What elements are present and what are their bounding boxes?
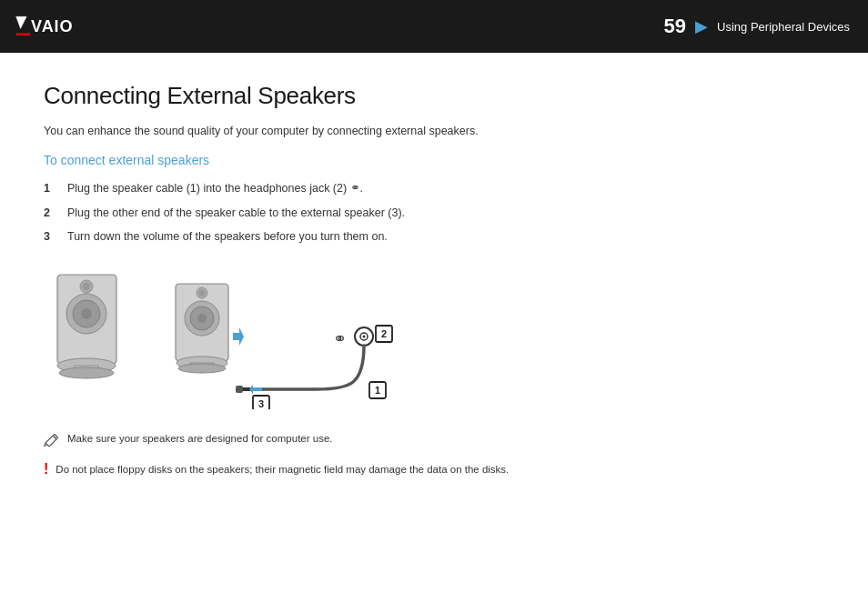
svg-rect-29	[236, 386, 243, 393]
intro-text: You can enhance the sound quality of you…	[44, 123, 824, 140]
page-number: 59	[664, 15, 686, 38]
speaker-2	[176, 284, 228, 373]
main-content: Connecting External Speakers You can enh…	[0, 53, 868, 499]
svg-text:VAIO: VAIO	[31, 17, 73, 35]
header: VAIO 59 ▶ Using Peripheral Devices	[0, 0, 868, 53]
vaio-logo: VAIO	[15, 14, 105, 39]
step-3-text: Turn down the volume of the speakers bef…	[67, 228, 388, 246]
svg-marker-21	[233, 327, 244, 346]
step-3: 3 Turn down the volume of the speakers b…	[44, 228, 824, 246]
note-icon	[44, 432, 60, 449]
svg-point-7	[83, 283, 90, 290]
svg-point-5	[81, 308, 92, 319]
illustration: ⚭ 2 3 1	[44, 264, 480, 409]
step-1-text: Plug the speaker cable (1) into the head…	[67, 180, 363, 197]
speaker-1	[57, 275, 116, 378]
note-section: Make sure your speakers are designed for…	[44, 431, 824, 449]
step-1: 1 Plug the speaker cable (1) into the he…	[44, 180, 824, 197]
sub-heading: To connect external speakers	[44, 153, 824, 167]
svg-text:2: 2	[381, 328, 387, 339]
section-title: Using Peripheral Devices	[717, 20, 850, 34]
svg-rect-1	[16, 33, 31, 35]
page-heading: Connecting External Speakers	[44, 82, 824, 110]
step-2: 2 Plug the other end of the speaker cabl…	[44, 205, 824, 222]
svg-text:3: 3	[258, 398, 264, 409]
step-3-num: 3	[44, 228, 58, 246]
step-2-text: Plug the other end of the speaker cable …	[67, 205, 405, 222]
svg-point-25	[363, 336, 366, 338]
warning-icon: !	[44, 462, 48, 477]
header-right: 59 ▶ Using Peripheral Devices	[664, 15, 850, 38]
svg-point-11	[59, 367, 114, 378]
arrow-icon: ▶	[695, 16, 708, 36]
svg-marker-30	[249, 385, 262, 394]
svg-text:⚭: ⚭	[333, 329, 347, 347]
svg-point-20	[178, 364, 226, 373]
svg-point-17	[199, 290, 206, 296]
note-text: Make sure your speakers are designed for…	[67, 431, 332, 447]
step-2-num: 2	[44, 205, 58, 222]
step-1-num: 1	[44, 180, 58, 197]
svg-text:1: 1	[375, 385, 380, 396]
steps-list: 1 Plug the speaker cable (1) into the he…	[44, 180, 824, 246]
svg-point-15	[197, 314, 207, 323]
warning-text: Do not place floppy disks on the speaker…	[56, 462, 509, 477]
warning-section: ! Do not place floppy disks on the speak…	[44, 462, 824, 477]
